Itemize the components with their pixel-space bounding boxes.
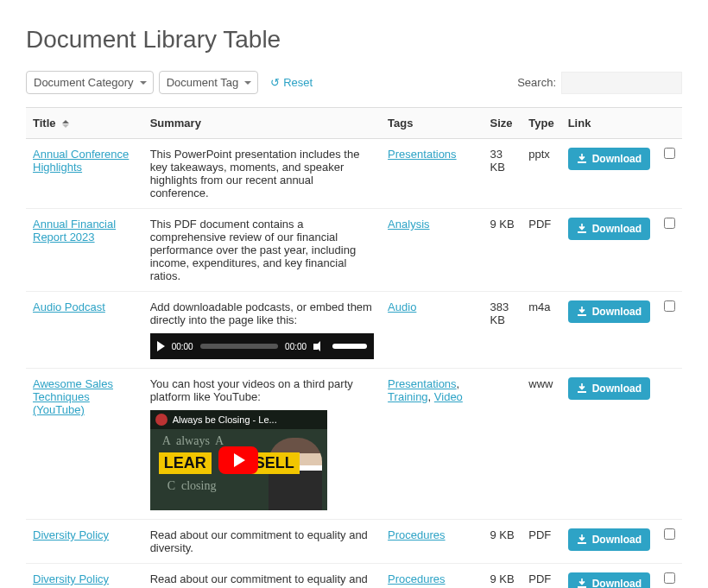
type-cell: PDF: [522, 520, 560, 564]
audio-seek-bar[interactable]: [200, 344, 278, 349]
download-icon: [577, 154, 587, 164]
person-image: [269, 438, 322, 510]
tag-link[interactable]: Audio: [388, 300, 416, 313]
col-size[interactable]: Size: [484, 108, 522, 139]
svg-rect-4: [578, 542, 586, 544]
summary-text: You can host your videos on a third part…: [150, 377, 374, 403]
size-cell: 33 KB: [484, 139, 522, 209]
category-filter[interactable]: Document Category: [26, 71, 154, 94]
row-select-checkbox[interactable]: [664, 572, 675, 584]
col-link[interactable]: Link: [561, 108, 657, 139]
download-icon: [577, 224, 587, 234]
summary-text: Add downloadable podcasts, or embed them…: [150, 300, 374, 326]
page-title: Document Library Table: [26, 26, 682, 54]
download-icon: [577, 307, 587, 317]
svg-rect-1: [578, 231, 586, 233]
download-icon: [577, 534, 587, 545]
filter-toolbar: Document Category Document Tag ↺ Reset S…: [26, 71, 682, 94]
col-type[interactable]: Type: [522, 108, 560, 139]
type-cell: PDF: [522, 209, 560, 292]
tag-filter[interactable]: Document Tag: [159, 71, 259, 94]
download-icon: [577, 383, 587, 394]
audio-time-total: 00:00: [285, 342, 307, 351]
channel-icon: [155, 414, 168, 426]
tag-link[interactable]: Presentations: [388, 148, 457, 161]
video-caption: Always be Closing - Le...: [173, 414, 277, 425]
document-title-link[interactable]: Diversity Policy: [33, 528, 109, 541]
youtube-play-icon[interactable]: [218, 446, 258, 474]
document-title-link[interactable]: Annual Financial Report 2023: [33, 218, 116, 243]
col-select: [657, 108, 682, 139]
col-title[interactable]: Title: [26, 108, 143, 139]
document-title-link[interactable]: Audio Podcast: [33, 300, 105, 313]
document-title-link[interactable]: Diversity Policy: [33, 572, 109, 585]
table-row: Diversity PolicyRead about our commitmen…: [26, 520, 682, 564]
tag-link[interactable]: Presentations: [388, 377, 457, 390]
svg-rect-0: [578, 161, 586, 163]
summary-text: Read about our commitment to equality an…: [150, 572, 374, 588]
audio-player[interactable]: 00:0000:00: [150, 333, 374, 359]
tag-link[interactable]: Analysis: [388, 218, 429, 231]
svg-rect-2: [578, 314, 586, 316]
download-button[interactable]: Download: [568, 572, 650, 588]
type-cell: pptx: [522, 139, 560, 209]
col-summary[interactable]: Summary: [143, 108, 381, 139]
download-icon: [577, 579, 587, 588]
row-select-checkbox[interactable]: [664, 528, 675, 540]
summary-text: This PowerPoint presentation includes th…: [150, 148, 374, 199]
summary-text: This PDF document contains a comprehensi…: [150, 218, 374, 282]
table-row: Annual Conference HighlightsThis PowerPo…: [26, 139, 682, 209]
download-button[interactable]: Download: [568, 377, 650, 400]
play-icon[interactable]: [157, 341, 165, 351]
row-select-checkbox[interactable]: [664, 218, 675, 229]
tag-link[interactable]: Procedures: [388, 572, 445, 585]
reset-button[interactable]: ↺ Reset: [270, 76, 313, 89]
download-button[interactable]: Download: [568, 148, 650, 170]
row-select-checkbox[interactable]: [664, 148, 675, 159]
table-row: Diversity PolicyRead about our commitmen…: [26, 564, 682, 589]
tag-link[interactable]: Procedures: [388, 528, 445, 541]
download-button[interactable]: Download: [568, 528, 650, 551]
volume-icon[interactable]: [313, 341, 326, 351]
type-cell: www: [522, 369, 560, 520]
documents-table: Title Summary Tags Size Type Link Annual…: [26, 107, 682, 588]
size-cell: 383 KB: [484, 292, 522, 369]
size-cell: [484, 369, 522, 520]
svg-rect-3: [578, 391, 586, 393]
download-button[interactable]: Download: [568, 218, 650, 240]
size-cell: 9 KB: [484, 564, 522, 589]
table-row: Annual Financial Report 2023This PDF doc…: [26, 209, 682, 292]
col-tags[interactable]: Tags: [381, 108, 483, 139]
download-button[interactable]: Download: [568, 300, 650, 323]
sort-icon: [62, 120, 69, 128]
type-cell: PDF: [522, 564, 560, 589]
audio-time-current: 00:00: [172, 342, 193, 351]
video-embed[interactable]: Always be Closing - Le...A always AC clo…: [150, 410, 327, 510]
undo-icon: ↺: [270, 76, 280, 89]
search-input[interactable]: [561, 72, 682, 94]
search-label: Search:: [517, 76, 556, 89]
document-title-link[interactable]: Awesome Sales Techniques (YouTube): [33, 377, 113, 416]
size-cell: 9 KB: [484, 520, 522, 564]
tag-link[interactable]: Training: [388, 390, 427, 403]
row-select-checkbox[interactable]: [664, 300, 675, 312]
document-title-link[interactable]: Annual Conference Highlights: [33, 148, 129, 174]
summary-text: Read about our commitment to equality an…: [150, 528, 374, 554]
table-row: Audio PodcastAdd downloadable podcasts, …: [26, 292, 682, 369]
type-cell: m4a: [522, 292, 560, 369]
table-row: Awesome Sales Techniques (YouTube)You ca…: [26, 369, 682, 520]
tag-link[interactable]: Video: [434, 390, 463, 403]
size-cell: 9 KB: [484, 209, 522, 292]
volume-bar[interactable]: [332, 344, 367, 349]
